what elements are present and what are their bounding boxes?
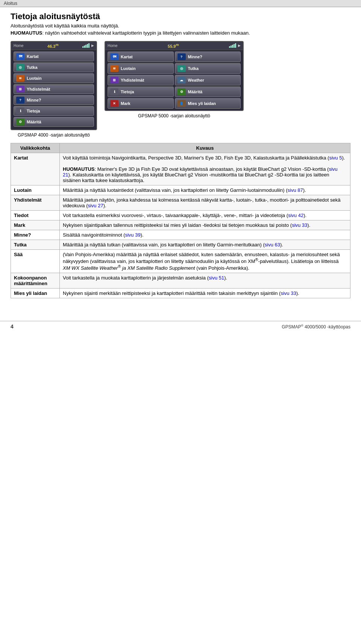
section-label: Aloitus xyxy=(4,1,17,6)
term-mark: Mark xyxy=(11,220,60,230)
page-content: Tietoja aloitusnäytöstä Aloitusnäytöstä … xyxy=(0,7,361,313)
table-row-saa: Sää (Vain Pohjois-Amerikka) määrittää ja… xyxy=(11,249,350,273)
link-sivu33-mark[interactable]: sivu 33 xyxy=(292,222,307,228)
menu-btn-kartat-4000[interactable]: 🗺 Kartat xyxy=(14,52,94,61)
tutka-label-4000: Tutka xyxy=(27,65,38,70)
yhdistelmat-label-4000: Yhdistelmät xyxy=(27,87,50,91)
device-5000-home: Home xyxy=(108,44,118,48)
device-5000-signal: ▶ xyxy=(229,43,241,48)
menu-btn-maarita-4000[interactable]: ⚙ Määritä xyxy=(14,117,94,127)
signal-bar xyxy=(82,43,89,48)
kartat-label-5000: Kartat xyxy=(121,55,133,59)
tietoja-icon-4000: ℹ xyxy=(16,108,24,114)
luotain-label-5000: Luotain xyxy=(121,66,136,71)
desc-kokoonpano: Voit tarkastella ja muokata karttaplotte… xyxy=(60,273,350,289)
table-row-kokoonpano: Kokoonpanonmäärittäminen Voit tarkastell… xyxy=(11,273,350,289)
link-sivu42[interactable]: sivu 42 xyxy=(288,213,303,218)
device-4000-screen: Home 46.3m ▶ xyxy=(11,41,97,130)
page-footer: 4 GPSMAP® 4000/5000 -käyttöopas xyxy=(0,321,361,332)
link-sivu63[interactable]: sivu 63 xyxy=(265,242,280,248)
page-header-bar: Aloitus xyxy=(0,0,361,7)
menu-btn-kartat-5000[interactable]: 🗺 Kartat xyxy=(108,52,174,62)
link-sivu21[interactable]: sivu 21 xyxy=(63,166,338,178)
link-sivu5[interactable]: sivu 5 xyxy=(329,155,342,161)
minne-icon-5000: ? xyxy=(177,53,186,60)
menu-btn-weather-5000[interactable]: ☁ Weather xyxy=(175,75,241,85)
minne-label-4000: Minne? xyxy=(27,98,41,102)
menu-btn-yhdistelmat-4000[interactable]: ⊞ Yhdistelmät xyxy=(14,84,94,94)
screenshot-4000: Home 46.3m ▶ xyxy=(11,41,97,138)
menu-btn-luotain-5000[interactable]: ≋ Luotain xyxy=(108,63,174,74)
device-5000-screen: Home 55.9m ▶ xyxy=(105,41,244,111)
term-tiedot: Tiedot xyxy=(11,210,60,220)
desc-tutka: Määrittää ja näyttää tutkan (valittaviss… xyxy=(60,240,350,249)
maarita-label-5000: Määritä xyxy=(188,90,203,94)
screenshot-5000: Home 55.9m ▶ xyxy=(105,41,244,118)
table-row-tutka: Tutka Määrittää ja näyttää tutkan (valit… xyxy=(11,240,350,249)
table-row-kartat: Kartat Voit käyttää toimintoja Navigoint… xyxy=(11,153,350,185)
kartat-label-4000: Kartat xyxy=(27,54,39,59)
kartat-icon-4000: 🗺 xyxy=(16,53,24,60)
term-yhdistelmat: Yhdistelmät xyxy=(11,195,60,210)
mob-label-5000: Mies yli laidan xyxy=(188,101,216,106)
col2-header: Kuvaus xyxy=(60,143,350,153)
link-sivu39[interactable]: sivu 39 xyxy=(125,232,140,238)
term-tutka: Tutka xyxy=(11,240,60,249)
term-kokoonpano: Kokoonpanonmäärittäminen xyxy=(11,273,60,289)
menu-btn-yhdistelmat-5000[interactable]: ⊞ Yhdistelmät xyxy=(108,75,174,85)
yhdistelmat-icon-4000: ⊞ xyxy=(16,86,24,93)
desc-saa: (Vain Pohjois-Amerikka) määrittää ja näy… xyxy=(60,249,350,273)
device-5000-distance: 55.9m xyxy=(168,43,179,49)
menu-btn-tietoja-4000[interactable]: ℹ Tietoja xyxy=(14,106,94,116)
screenshots-row: Home 46.3m ▶ xyxy=(11,41,350,138)
footer-page-num: 4 xyxy=(11,324,14,330)
menu-btn-maarita-5000[interactable]: ⚙ Määritä xyxy=(175,87,241,97)
luotain-icon-5000: ≋ xyxy=(110,65,118,72)
huomautus-text: HUOMAUTUS: näytön vaihtoehdot vaihteleva… xyxy=(11,30,350,36)
device-4000-topbar: Home 46.3m ▶ xyxy=(11,42,96,50)
caption-5000: GPSMAP 5000 -sarjan aloitusnäyttö xyxy=(138,113,210,118)
desc-tiedot: Voit tarkastella esimerkiksi vuorovesi-,… xyxy=(60,210,350,220)
link-sivu51[interactable]: sivu 51 xyxy=(209,275,224,281)
device-4000-home: Home xyxy=(14,44,24,48)
maarita-icon-5000: ⚙ xyxy=(177,88,186,95)
menu-btn-mark-5000[interactable]: ✕ Mark xyxy=(108,98,174,109)
weather-label-5000: Weather xyxy=(188,78,204,82)
table-row-minne: Minne? Sisältää navigointitoiminnot (siv… xyxy=(11,230,350,240)
huomautus-body: : näytön vaihtoehdot vaihtelevat karttap… xyxy=(42,30,250,36)
menu-btn-minne-5000[interactable]: ? Minne? xyxy=(175,52,241,62)
luotain-label-4000: Luotain xyxy=(27,76,42,80)
term-luotain: Luotain xyxy=(11,185,60,195)
desc-luotain: Määrittää ja näyttää luotaintiedot (vali… xyxy=(60,185,350,195)
info-table: Valikkokohta Kuvaus Kartat Voit käyttää … xyxy=(11,143,350,299)
tutka-icon-5000: ◎ xyxy=(177,65,186,72)
page-title: Tietoja aloitusnäytöstä xyxy=(11,12,350,21)
mob-icon-5000: 👤 xyxy=(177,100,186,107)
signal-text-5000: ▶ xyxy=(238,44,241,47)
menu-btn-minne-4000[interactable]: ? Minne? xyxy=(14,95,94,105)
term-mob: Mies yli laidan xyxy=(11,289,60,298)
desc-minne: Sisältää navigointitoiminnot (sivu 39). xyxy=(60,230,350,240)
table-row-mob: Mies yli laidan Nykyinen sijainti merkit… xyxy=(11,289,350,298)
tutka-icon-4000: ◎ xyxy=(16,64,24,71)
mark-label-5000: Mark xyxy=(121,101,130,106)
yhdistelmat-icon-5000: ⊞ xyxy=(110,77,118,84)
luotain-icon-4000: ≋ xyxy=(16,75,24,82)
link-sivu87[interactable]: sivu 87 xyxy=(288,187,303,193)
link-sivu33-mob[interactable]: sivu 33 xyxy=(281,290,296,296)
minne-label-5000: Minne? xyxy=(188,55,203,59)
desc-mark: Nykyisen sijaintipaikan tallennus reitti… xyxy=(60,220,350,230)
tutka-label-5000: Tutka xyxy=(188,66,199,71)
table-row-yhdistelmat: Yhdistelmät Määrittää jaetun näytön, jon… xyxy=(11,195,350,210)
table-row-luotain: Luotain Määrittää ja näyttää luotaintied… xyxy=(11,185,350,195)
col1-header: Valikkokohta xyxy=(11,143,60,153)
menu-btn-mob-5000[interactable]: 👤 Mies yli laidan xyxy=(175,98,241,109)
yhdistelmat-label-5000: Yhdistelmät xyxy=(121,78,144,82)
menu-btn-tutka-5000[interactable]: ◎ Tutka xyxy=(175,63,241,74)
link-sivu27[interactable]: sivu 27 xyxy=(88,203,103,208)
maarita-label-4000: Määritä xyxy=(27,120,41,124)
menu-btn-tutka-4000[interactable]: ◎ Tutka xyxy=(14,62,94,72)
desc-kartat: Voit käyttää toimintoja Navigointikartta… xyxy=(60,153,350,185)
menu-btn-luotain-4000[interactable]: ≋ Luotain xyxy=(14,73,94,83)
menu-btn-tietoja-5000[interactable]: ℹ Tietoja xyxy=(108,87,174,97)
